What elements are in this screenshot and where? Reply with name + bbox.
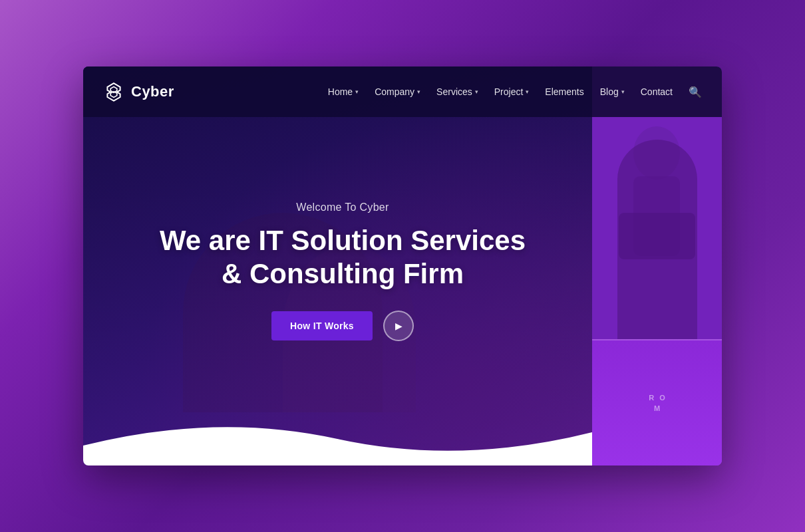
cyber-logo-icon [103,81,124,102]
nav-item-elements[interactable]: Elements [545,86,583,97]
hero-title: We are IT Solution Services & Consulting… [160,224,526,291]
logo-text: Cyber [131,83,174,100]
how-it-works-button[interactable]: How IT Works [271,311,373,340]
nav-item-home[interactable]: Home ▾ [328,86,359,97]
nav-link-home[interactable]: Home ▾ [328,86,359,97]
search-icon[interactable]: 🔍 [689,86,702,98]
wave-svg [83,412,592,466]
nav-link-company[interactable]: Company ▾ [375,86,420,97]
logo[interactable]: Cyber [103,81,174,102]
nav-link-elements[interactable]: Elements [545,86,583,97]
chevron-down-icon: ▾ [417,88,420,95]
chevron-down-icon: ▾ [355,88,359,95]
nav-link-project[interactable]: Project ▾ [494,86,530,97]
nav-item-company[interactable]: Company ▾ [375,86,420,97]
nav-item-project[interactable]: Project ▾ [494,86,530,97]
navbar: Cyber Home ▾ Company ▾ [83,66,722,117]
wave-container [83,412,592,466]
chevron-down-icon: ▾ [621,88,625,95]
chevron-down-icon: ▾ [475,88,478,95]
nav-links: Home ▾ Company ▾ Services ▾ [328,86,702,98]
chevron-down-icon: ▾ [526,88,529,95]
nav-search-icon-item[interactable]: 🔍 [689,86,702,98]
hero-subtitle: Welcome To Cyber [296,201,389,213]
nav-link-blog[interactable]: Blog ▾ [600,86,625,97]
play-button[interactable] [383,311,414,341]
nav-link-services[interactable]: Services ▾ [436,86,478,97]
browser-window: Cyber Home ▾ Company ▾ [83,66,722,466]
nav-item-blog[interactable]: Blog ▾ [600,86,625,97]
nav-link-contact[interactable]: Contact [641,86,673,97]
nav-item-contact[interactable]: Contact [641,86,673,97]
nav-item-services[interactable]: Services ▾ [436,86,478,97]
hero-section: Cyber Home ▾ Company ▾ [83,66,722,466]
hero-actions: How IT Works [271,311,414,341]
